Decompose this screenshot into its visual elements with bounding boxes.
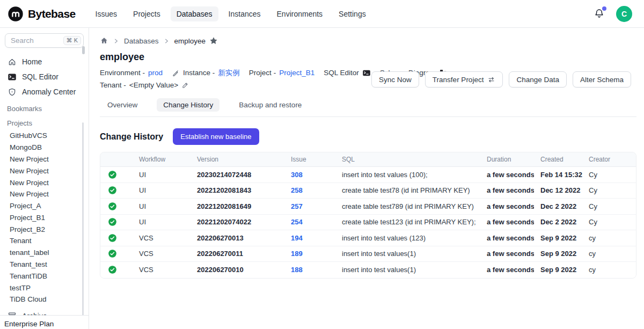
sidebar-project-item[interactable]: GitHubVCS xyxy=(0,130,89,142)
sidebar-scrollbar-thumb[interactable] xyxy=(82,46,85,54)
sidebar-project-item[interactable]: Tenant xyxy=(0,235,89,247)
sidebar-project-item[interactable]: New Project xyxy=(0,165,89,177)
version-cell: 20221202081649 xyxy=(191,202,284,210)
change-history-header: Change History Establish new baseline xyxy=(100,128,636,145)
issue-cell: 254 xyxy=(284,218,335,226)
issue-link[interactable]: 188 xyxy=(291,266,303,274)
button-label: Sync Now xyxy=(379,76,412,84)
search-input[interactable]: Search ⌘ K xyxy=(5,33,84,48)
instance-link[interactable]: 新实例 xyxy=(218,67,240,79)
edit-pencil-icon[interactable] xyxy=(181,82,189,89)
issue-link[interactable]: 258 xyxy=(291,186,303,194)
sidebar-project-item[interactable]: Project_B2 xyxy=(0,223,89,235)
sql-editor-link[interactable]: SQL Editor xyxy=(324,67,371,79)
status-cell xyxy=(100,202,133,211)
sidebar-project-item[interactable]: TiDB Cloud xyxy=(0,294,89,305)
project-name: Tenant_test xyxy=(10,260,47,268)
nav-item-settings[interactable]: Settings xyxy=(333,6,372,21)
sidebar-project-item[interactable]: MongoDB xyxy=(0,142,89,153)
project-name: Tenant xyxy=(10,237,32,245)
column-sql: SQL xyxy=(335,156,480,163)
sidebar-item-anomaly-center[interactable]: Anomaly Center xyxy=(0,84,89,99)
sidebar-project-item[interactable]: New Project xyxy=(0,177,89,188)
sidebar-project-item[interactable]: New Project xyxy=(0,153,89,165)
nav-item-issues[interactable]: Issues xyxy=(90,6,123,21)
project-meta: Project - Project_B1 xyxy=(249,67,314,79)
project-name: tenant_label xyxy=(10,248,49,257)
sidebar-project-item[interactable]: New Project xyxy=(0,188,89,200)
top-nav: Bytebase Issues Projects Databases Insta… xyxy=(0,0,644,28)
notifications-button[interactable] xyxy=(594,8,605,20)
breadcrumb-databases[interactable]: Databases xyxy=(124,37,159,45)
favorite-star-icon[interactable] xyxy=(209,36,218,45)
establish-baseline-button[interactable]: Establish new baseline xyxy=(173,128,259,145)
environment-link[interactable]: prod xyxy=(148,67,163,79)
button-label: Change Data xyxy=(516,76,559,84)
tab-change-history[interactable]: Change History xyxy=(157,98,219,112)
column-creator: Creator xyxy=(582,156,636,163)
tab-backup-and-restore[interactable]: Backup and restore xyxy=(232,98,308,112)
project-name: MongoDB xyxy=(10,143,42,151)
created-cell: Sep 9 2022 xyxy=(534,234,582,242)
success-check-icon xyxy=(108,170,117,179)
project-link[interactable]: Project_B1 xyxy=(279,67,314,79)
section-title: Change History xyxy=(100,132,163,142)
creator-cell: Cy xyxy=(582,218,636,226)
transfer-project-button[interactable]: Transfer Project xyxy=(425,71,503,87)
nav-item-environments[interactable]: Environments xyxy=(271,6,329,21)
creator-cell: Cy xyxy=(582,202,636,210)
bytebase-logo[interactable]: Bytebase xyxy=(8,6,76,22)
issue-link[interactable]: 189 xyxy=(291,250,303,258)
sidebar-project-item[interactable]: Project_A xyxy=(0,200,89,212)
sidebar-item-sql-editor[interactable]: SQL Editor xyxy=(0,69,89,84)
alter-schema-button[interactable]: Alter Schema xyxy=(573,71,631,87)
sidebar-item-label: SQL Editor xyxy=(22,72,58,81)
change-data-button[interactable]: Change Data xyxy=(509,71,567,87)
version-cell: 20221202081843 xyxy=(191,186,284,194)
issue-cell: 188 xyxy=(284,266,335,274)
sidebar-project-item[interactable]: Project_B1 xyxy=(0,211,89,223)
workflow-cell: UI xyxy=(133,186,191,194)
column-issue: Issue xyxy=(284,156,335,163)
issue-link[interactable]: 194 xyxy=(291,234,303,242)
nav-item-databases[interactable]: Databases xyxy=(171,6,218,21)
created-cell: Sep 9 2022 xyxy=(534,266,582,274)
issue-cell: 194 xyxy=(284,234,335,242)
status-cell xyxy=(100,217,133,226)
sidebar-project-item[interactable]: tenant_label xyxy=(0,247,89,259)
projects-scrollbar[interactable] xyxy=(82,122,84,324)
status-cell xyxy=(100,170,133,179)
tenant-value: <Empty Value> xyxy=(129,79,178,91)
status-cell xyxy=(100,265,133,274)
created-cell: Dec 2 2022 xyxy=(534,218,582,226)
breadcrumb-home-icon[interactable] xyxy=(100,36,108,45)
sidebar-project-item[interactable]: testTP xyxy=(0,282,89,294)
duration-cell: a few seconds xyxy=(480,234,534,242)
created-cell: Dec 12 2022 xyxy=(534,186,582,194)
sidebar-item-home[interactable]: Home xyxy=(0,54,89,69)
issue-link[interactable]: 257 xyxy=(291,202,303,210)
sql-cell: insert into test values(1) xyxy=(335,266,480,274)
project-name: Project_A xyxy=(10,202,41,210)
workflow-cell: UI xyxy=(133,171,191,179)
issue-link[interactable]: 308 xyxy=(291,171,303,179)
table-row: VCS 202206270013 194 insert into test va… xyxy=(100,230,636,246)
nav-item-instances[interactable]: Instances xyxy=(223,6,267,21)
sidebar-nav: Home SQL Editor Anomaly Center xyxy=(0,54,89,99)
user-avatar[interactable]: C xyxy=(616,6,632,22)
sidebar-project-item[interactable]: TenantTiDB xyxy=(0,270,89,282)
environment-label: Environment - xyxy=(100,67,145,79)
nav-item-projects[interactable]: Projects xyxy=(127,6,166,21)
tab-overview[interactable]: Overview xyxy=(101,98,144,112)
sidebar-project-item[interactable]: Tenant_test xyxy=(0,259,89,270)
issue-link[interactable]: 254 xyxy=(291,218,303,226)
breadcrumb-current: employee xyxy=(174,37,206,45)
sync-now-button[interactable]: Sync Now xyxy=(371,71,419,87)
projects-section-label: Projects xyxy=(0,114,89,128)
project-name: Project_B1 xyxy=(10,214,45,222)
search-shortcut-badge: ⌘ K xyxy=(63,36,81,45)
creator-cell: cy xyxy=(582,234,636,242)
database-actions: Sync Now Transfer Project Change Data Al… xyxy=(371,71,631,87)
table-header: Workflow Version Issue SQL Duration Crea… xyxy=(100,152,636,167)
version-cell: 202206270013 xyxy=(191,234,284,242)
